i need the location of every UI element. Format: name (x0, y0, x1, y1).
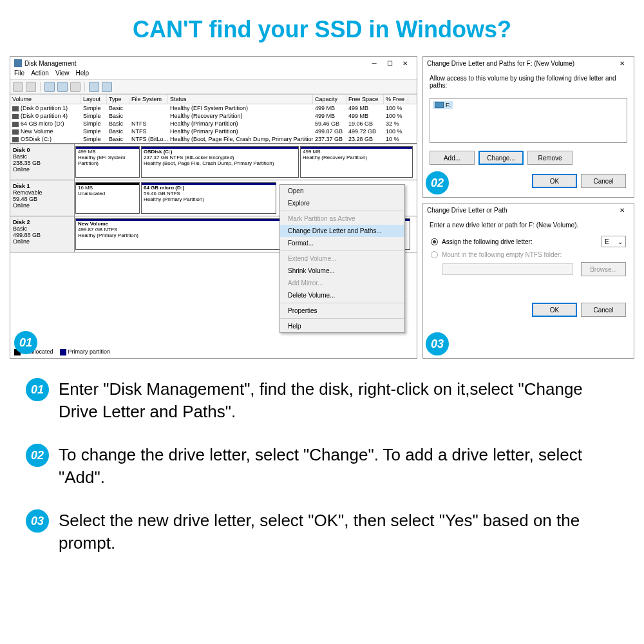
radio-assign-letter[interactable]: Assign the following drive letter: E⌄ (423, 234, 634, 249)
step-text: To change the drive letter, select "Chan… (59, 444, 618, 489)
context-menu: OpenExploreMark Partition as ActiveChang… (279, 184, 405, 333)
volume-header-row: Volume Layout Type File System Status Ca… (10, 94, 417, 104)
step-number: 01 (26, 378, 49, 401)
context-menu-item[interactable]: Properties (280, 305, 404, 317)
toolbar-icon[interactable] (70, 82, 80, 92)
step-number: 02 (26, 444, 49, 467)
volume-grid: Volume Layout Type File System Status Ca… (10, 94, 417, 143)
col-type[interactable]: Type (107, 95, 129, 104)
step-text: Select the new drive letter, select "OK"… (59, 509, 618, 554)
volume-row[interactable]: New VolumeSimpleBasicNTFSHealthy (Primar… (10, 128, 417, 135)
step-number: 03 (26, 509, 49, 533)
instructions: 01Enter "Disk Management", find the disk… (0, 359, 644, 595)
instruction-step: 03Select the new drive letter, select "O… (26, 509, 618, 554)
drive-letter: F: (446, 102, 451, 108)
menu-help[interactable]: Help (75, 70, 89, 79)
step-badge-01: 01 (14, 331, 37, 354)
add-button[interactable]: Add... (430, 151, 475, 165)
folder-path-input (442, 263, 573, 275)
toolbar-back-icon[interactable] (13, 82, 23, 92)
col-volume[interactable]: Volume (10, 95, 81, 104)
dialog-title: Change Drive Letter or Path (427, 207, 614, 214)
partition[interactable]: 64 GB micro (D:)59.46 GB NTFSHealthy (Pr… (141, 182, 276, 214)
col-free[interactable]: Free Space (346, 95, 384, 104)
titlebar: Disk Management ─ ☐ ✕ (10, 57, 417, 70)
disk-row: Disk 0Basic238.35 GBOnline499 MBHealthy … (10, 144, 417, 180)
ok-button[interactable]: OK (532, 174, 577, 188)
menu-view[interactable]: View (55, 70, 70, 79)
instruction-step: 01Enter "Disk Management", find the disk… (26, 378, 618, 423)
toolbar-icon[interactable] (89, 82, 99, 92)
toolbar-icon[interactable] (102, 82, 112, 92)
partition[interactable]: 499 MBHealthy (Recovery Partition) (300, 146, 413, 178)
volume-row[interactable]: (Disk 0 partition 1)SimpleBasicHealthy (… (10, 104, 417, 112)
maximize-button[interactable]: ☐ (382, 58, 397, 68)
col-pct[interactable]: % Free (384, 95, 408, 104)
col-capacity[interactable]: Capacity (313, 95, 346, 104)
drive-item[interactable]: F: (433, 101, 453, 109)
step-badge-02: 02 (426, 171, 449, 194)
change-letter-dialog: Change Drive Letter or Path ✕ Enter a ne… (422, 203, 634, 359)
close-button[interactable]: ✕ (614, 205, 630, 215)
partition[interactable]: 499 MBHealthy (EFI System Partition) (75, 146, 140, 178)
context-menu-item[interactable]: Format... (280, 237, 404, 249)
change-paths-dialog: Change Drive Letter and Paths for F: (Ne… (422, 56, 634, 198)
context-menu-item: Extend Volume... (280, 252, 404, 265)
volume-row[interactable]: 64 GB micro (D:)SimpleBasicNTFSHealthy (… (10, 120, 417, 128)
window-title: Disk Management (24, 60, 366, 67)
cancel-button[interactable]: Cancel (581, 303, 626, 317)
drive-list[interactable]: F: (430, 98, 627, 143)
partition[interactable]: 16 MBUnallocated (75, 182, 140, 214)
radio-label: Assign the following drive letter: (442, 238, 533, 245)
volume-row[interactable]: OSDisk (C:)SimpleBasicNTFS (BitLo...Heal… (10, 135, 417, 143)
dialog-message: Enter a new drive letter or path for F: … (423, 216, 634, 234)
col-layout[interactable]: Layout (81, 95, 107, 104)
context-menu-item[interactable]: Shrink Volume... (280, 265, 404, 277)
col-fs[interactable]: File System (129, 95, 168, 104)
step-badge-03: 03 (426, 332, 449, 355)
drive-icon (435, 102, 444, 108)
legend-primary: Primary partition (68, 348, 111, 355)
radio-icon (431, 238, 438, 245)
page-title: CAN'T find your SSD in Windows? (0, 0, 644, 56)
disk-management-window: Disk Management ─ ☐ ✕ File Action View H… (10, 56, 417, 359)
cancel-button[interactable]: Cancel (581, 174, 626, 188)
disk-icon (14, 59, 22, 67)
context-menu-item[interactable]: Change Drive Letter and Paths... (280, 225, 404, 237)
context-menu-item[interactable]: Delete Volume... (280, 289, 404, 301)
partition[interactable]: OSDisk (C:)237.37 GB NTFS (BitLocker Enc… (141, 146, 299, 178)
dialog-message: Allow access to this volume by using the… (423, 70, 634, 94)
radio-mount-folder[interactable]: Mount in the following empty NTFS folder… (423, 249, 634, 260)
menu-file[interactable]: File (14, 70, 24, 79)
radio-label: Mount in the following empty NTFS folder… (442, 251, 562, 258)
context-menu-item: Add Mirror... (280, 277, 404, 289)
browse-button: Browse... (581, 262, 626, 276)
context-menu-item[interactable]: Explore (280, 197, 404, 209)
ok-button[interactable]: OK (532, 303, 577, 317)
col-status[interactable]: Status (168, 95, 313, 104)
menubar: File Action View Help (10, 70, 417, 80)
close-button[interactable]: ✕ (397, 58, 413, 68)
toolbar-icon[interactable] (44, 82, 55, 92)
drive-letter-select[interactable]: E⌄ (601, 236, 626, 247)
context-menu-item: Mark Partition as Active (280, 213, 404, 225)
remove-button[interactable]: Remove (527, 151, 573, 165)
menu-action[interactable]: Action (31, 70, 49, 79)
context-menu-item[interactable]: Open (280, 185, 404, 197)
instruction-step: 02To change the drive letter, select "Ch… (26, 444, 618, 489)
volume-row[interactable]: (Disk 0 partition 4)SimpleBasicHealthy (… (10, 112, 417, 120)
minimize-button[interactable]: ─ (366, 58, 382, 68)
change-button[interactable]: Change... (478, 151, 524, 165)
step-text: Enter "Disk Management", find the disk, … (59, 378, 618, 423)
radio-icon (431, 251, 438, 258)
toolbar-icon[interactable] (57, 82, 68, 92)
toolbar-forward-icon[interactable] (26, 82, 36, 92)
context-menu-item[interactable]: Help (280, 320, 404, 332)
close-button[interactable]: ✕ (614, 58, 630, 68)
toolbar (10, 80, 417, 94)
dialog-title: Change Drive Letter and Paths for F: (Ne… (427, 60, 614, 67)
